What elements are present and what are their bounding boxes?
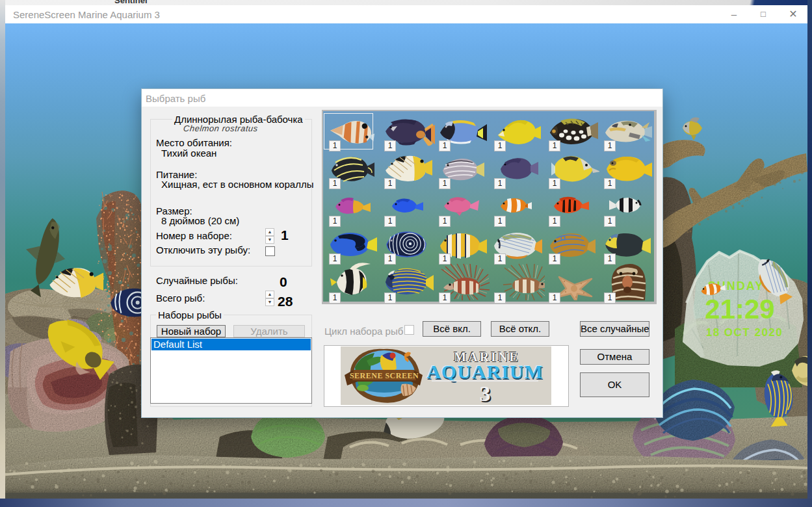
- svg-text:21:29: 21:29: [705, 294, 774, 324]
- svg-text:3: 3: [480, 382, 491, 405]
- svg-text:SERENE SCREEN: SERENE SCREEN: [350, 371, 419, 380]
- svg-text:18 OCT 2020: 18 OCT 2020: [706, 326, 783, 339]
- svg-text:AQUARIUM: AQUARIUM: [426, 361, 544, 382]
